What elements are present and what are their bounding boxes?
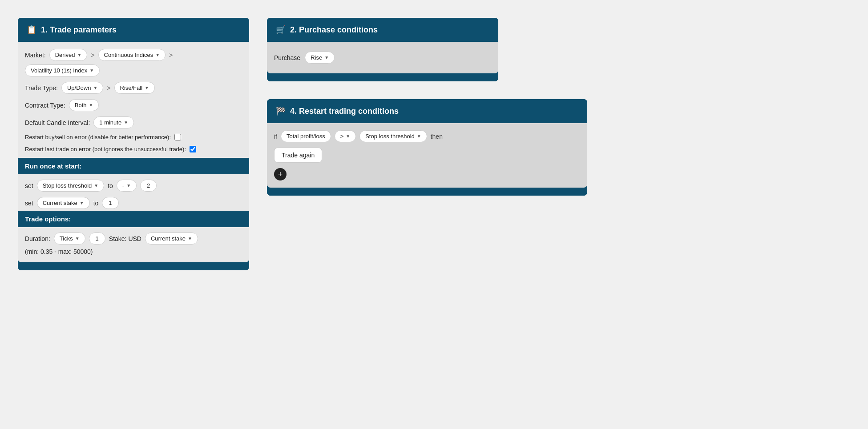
purchase-value-text: Rise xyxy=(311,54,322,61)
market-value: Derived xyxy=(55,52,75,58)
candle-interval-row: Default Candle Interval: 1 minute ▼ xyxy=(25,116,242,128)
contract-type-value: Both xyxy=(75,102,87,108)
stake-value-text: Current stake xyxy=(151,235,186,242)
right-column: 🛒 2. Purchase conditions Purchase Rise ▼… xyxy=(267,18,845,270)
restart-buy-sell-checkbox[interactable] xyxy=(174,134,181,140)
stop-loss-operator-dropdown[interactable]: - ▼ xyxy=(117,180,137,192)
trade-type-dropdown[interactable]: Up/Down ▼ xyxy=(61,82,103,94)
restart-last-trade-label: Restart last trade on error (bot ignores… xyxy=(25,146,186,152)
purchase-conditions-panel: 🛒 2. Purchase conditions Purchase Rise ▼ xyxy=(267,18,498,81)
trade-again-box: Trade again xyxy=(274,148,322,163)
submarket-arrow: ▼ xyxy=(155,52,160,57)
contract-type-label: Contract Type: xyxy=(25,102,65,109)
purchase-value-arrow: ▼ xyxy=(324,55,329,60)
left-panel-bottom-bar xyxy=(18,262,249,270)
contract-type-row: Contract Type: Both ▼ xyxy=(25,99,242,111)
stop-loss-operator-value: - xyxy=(122,182,124,189)
run-once-header: Run once at start: xyxy=(18,158,249,174)
stake-label: Stake: USD xyxy=(109,235,141,242)
add-condition-button[interactable]: + xyxy=(274,168,287,180)
stake-value-arrow: ▼ xyxy=(188,236,192,241)
candle-interval-dropdown[interactable]: 1 minute ▼ xyxy=(93,116,134,128)
purchase-title: 2. Purchase conditions xyxy=(290,25,378,35)
trade-options-header: Trade options: xyxy=(18,211,249,227)
trade-options-section: Trade options: Duration: Ticks ▼ 1 Stake… xyxy=(25,211,242,255)
contract-type-arrow: ▼ xyxy=(89,103,93,108)
condition-operator-value: > xyxy=(340,133,344,140)
purchase-conditions-body: Purchase Rise ▼ xyxy=(267,42,498,73)
restart-trading-header: 🏁 4. Restart trading conditions xyxy=(267,99,587,123)
market-label: Market: xyxy=(25,52,46,59)
duration-unit-arrow: ▼ xyxy=(75,236,80,241)
trade-subtype-arrow: ▼ xyxy=(145,85,149,90)
stop-loss-value: 2 xyxy=(140,180,157,192)
market-arrow: ▼ xyxy=(77,52,81,57)
trade-params-icon: 📋 xyxy=(27,25,36,35)
stop-loss-variable-dropdown[interactable]: Stop loss threshold ▼ xyxy=(37,180,104,192)
purchase-conditions-header: 🛒 2. Purchase conditions xyxy=(267,18,498,42)
trade-params-title: 1. Trade parameters xyxy=(41,25,117,35)
run-once-section: Run once at start: set Stop loss thresho… xyxy=(25,158,242,209)
contract-type-dropdown[interactable]: Both ▼ xyxy=(69,99,99,111)
market-dropdown[interactable]: Derived ▼ xyxy=(49,49,88,61)
trade-subtype-value: Rise/Fall xyxy=(120,84,143,91)
duration-unit-value: Ticks xyxy=(60,235,73,242)
trade-options-row: Duration: Ticks ▼ 1 Stake: USD Current s… xyxy=(25,233,242,255)
market-sep2: > xyxy=(169,52,173,59)
trade-type-arrow: ▼ xyxy=(93,85,97,90)
stake-range: (min: 0.35 - max: 50000) xyxy=(25,248,93,255)
condition-operator-dropdown[interactable]: > ▼ xyxy=(335,130,356,142)
left-column: 📋 1. Trade parameters Market: Derived ▼ … xyxy=(18,18,249,270)
purchase-row: Purchase Rise ▼ xyxy=(274,49,491,66)
symbol-dropdown[interactable]: Volatility 10 (1s) Index ▼ xyxy=(25,64,100,76)
condition-row: if Total profit/loss > ▼ Stop loss thres… xyxy=(274,130,580,142)
trade-again-container: Trade again xyxy=(274,148,580,168)
trade-parameters-header: 📋 1. Trade parameters xyxy=(18,18,249,42)
stop-loss-variable-value: Stop loss threshold xyxy=(43,182,92,189)
purchase-icon: 🛒 xyxy=(276,25,286,35)
stop-loss-operator-arrow: ▼ xyxy=(126,183,131,188)
trade-type-row: Trade Type: Up/Down ▼ > Rise/Fall ▼ xyxy=(25,82,242,94)
condition-variable-value: Total profit/loss xyxy=(287,133,325,140)
restart-last-trade-checkbox[interactable] xyxy=(190,146,196,152)
then-label: then xyxy=(431,133,443,140)
condition-threshold-dropdown[interactable]: Stop loss threshold ▼ xyxy=(359,130,427,142)
purchase-label: Purchase xyxy=(274,54,300,61)
restart-title: 4. Restart trading conditions xyxy=(290,107,399,116)
restart-icon: 🏁 xyxy=(276,106,286,116)
restart-panel-bottom-bar xyxy=(267,188,587,196)
restart-trading-body: if Total profit/loss > ▼ Stop loss thres… xyxy=(267,123,587,188)
current-stake-variable-dropdown[interactable]: Current stake ▼ xyxy=(37,197,90,209)
candle-interval-arrow: ▼ xyxy=(124,120,128,125)
stop-loss-variable-arrow: ▼ xyxy=(94,183,98,188)
if-label: if xyxy=(274,133,277,140)
condition-operator-arrow: ▼ xyxy=(346,134,350,139)
duration-value: 1 xyxy=(89,233,105,245)
current-stake-value: 1 xyxy=(102,197,118,209)
trade-type-sep: > xyxy=(107,84,110,92)
purchase-panel-bottom-bar xyxy=(267,73,498,81)
current-stake-variable-value: Current stake xyxy=(43,200,77,206)
current-stake-variable-arrow: ▼ xyxy=(80,200,84,205)
run-once-row2: set Current stake ▼ to 1 xyxy=(25,197,242,209)
market-sep1: > xyxy=(91,52,94,59)
trade-subtype-dropdown[interactable]: Rise/Fall ▼ xyxy=(114,82,155,94)
duration-unit-dropdown[interactable]: Ticks ▼ xyxy=(54,233,85,245)
restart-buy-sell-row: Restart buy/sell on error (disable for b… xyxy=(25,134,242,140)
condition-threshold-value: Stop loss threshold xyxy=(365,133,415,140)
candle-interval-label: Default Candle Interval: xyxy=(25,119,90,126)
trade-type-label: Trade Type: xyxy=(25,84,58,92)
run-once-set2: set xyxy=(25,200,33,207)
candle-interval-value: 1 minute xyxy=(99,119,121,126)
submarket-value: Continuous Indices xyxy=(104,52,153,58)
symbol-arrow: ▼ xyxy=(89,68,94,73)
restart-buy-sell-label: Restart buy/sell on error (disable for b… xyxy=(25,134,171,140)
purchase-value-dropdown[interactable]: Rise ▼ xyxy=(305,52,335,64)
trade-parameters-body: Market: Derived ▼ > Continuous Indices ▼… xyxy=(18,42,249,262)
submarket-dropdown[interactable]: Continuous Indices ▼ xyxy=(98,49,166,61)
stake-value-dropdown[interactable]: Current stake ▼ xyxy=(145,233,198,245)
run-once-to1: to xyxy=(108,182,113,189)
condition-variable-dropdown[interactable]: Total profit/loss xyxy=(281,130,331,142)
trade-parameters-panel: 📋 1. Trade parameters Market: Derived ▼ … xyxy=(18,18,249,270)
add-row: + xyxy=(274,168,580,180)
